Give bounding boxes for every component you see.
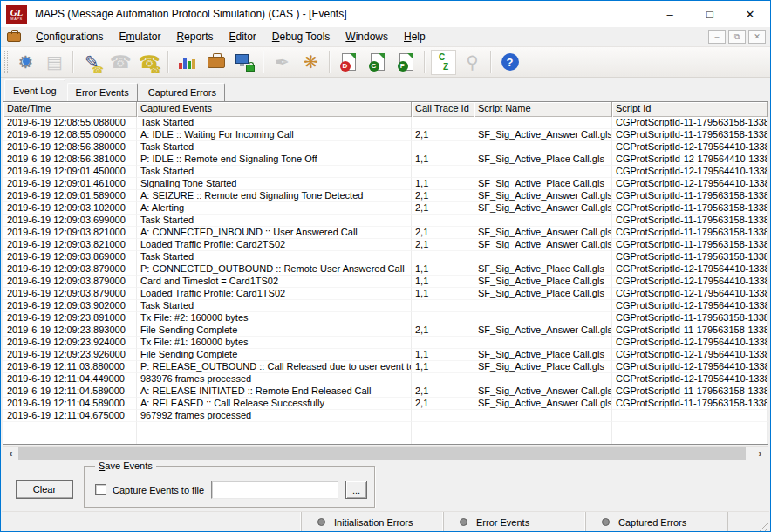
remote-lock-icon[interactable]: [232, 50, 257, 75]
table-row[interactable]: 2019-6-19 12:11:04.449000983976 frames p…: [3, 373, 768, 385]
menu-help[interactable]: Help: [396, 29, 433, 44]
table-body: 2019-6-19 12:08:55.088000Task StartedCGP…: [3, 117, 768, 444]
table-header: Date/TimeCaptured EventsCall Trace IdScr…: [3, 102, 768, 117]
title-bar: GL MAPS MAPS (Message Automation Protoco…: [1, 1, 770, 27]
menu-emulator[interactable]: Emulator: [111, 29, 168, 44]
column-header-script-name[interactable]: Script Name: [474, 102, 612, 117]
mdi-child-controls: –⧉✕: [708, 30, 766, 44]
column-header-script-id[interactable]: Script Id: [612, 102, 768, 117]
status-led-icon: [602, 518, 610, 526]
auto-call-icon[interactable]: ☎☎: [137, 50, 162, 75]
table-row[interactable]: 2019-6-19 12:09:01.589000A: SEIZURE :: R…: [3, 190, 768, 202]
minimize-button[interactable]: –: [650, 1, 690, 27]
menu-debug-tools[interactable]: Debug Tools: [264, 29, 338, 44]
place-call-icon: ☎: [108, 50, 133, 75]
table-row[interactable]: 2019-6-19 12:09:03.879000Loaded Traffic …: [3, 288, 768, 300]
sign-pen-icon: ✒: [270, 50, 295, 75]
profile-editor-icon: ▤: [42, 50, 67, 75]
table-row[interactable]: 2019-6-19 12:08:56.381000P: IDLE :: Remo…: [3, 153, 768, 166]
table-row[interactable]: 2019-6-19 12:09:03.821000A: CONNECTED_IN…: [3, 227, 768, 239]
table-row[interactable]: 2019-6-19 12:09:03.869000Task StartedCGP…: [3, 251, 768, 263]
table-row[interactable]: 2019-6-19 12:09:23.926000File Sending Co…: [3, 349, 768, 361]
toolbar-separator: [72, 51, 74, 73]
statusbar-pane-initialisation-errors: Initialisation Errors: [301, 512, 443, 532]
table-row[interactable]: 2019-6-19 12:09:03.879000Card and Timesl…: [3, 276, 768, 288]
column-header-captured-events[interactable]: Captured Events: [137, 102, 412, 117]
statusbar-end: [727, 512, 769, 532]
statusbar-pane-error-events: Error Events: [443, 512, 585, 532]
column-header-date-time[interactable]: Date/Time: [3, 102, 137, 117]
window-title: MAPS (Message Automation Protocol Simula…: [35, 8, 346, 20]
horizontal-scrollbar: ‹ ›: [3, 446, 768, 460]
scroll-left-button[interactable]: ‹: [3, 447, 18, 460]
table-row[interactable]: 2019-6-19 12:11:04.675000967992 frames p…: [3, 410, 768, 422]
menu-reports[interactable]: Reports: [168, 29, 221, 44]
toolbar-separator: [490, 51, 492, 73]
script-flow-cz-icon[interactable]: CZ: [431, 50, 456, 75]
tab-strip: Event LogError EventsCaptured Errors: [3, 78, 768, 101]
caption-buttons: –□✕: [650, 1, 770, 27]
table-row[interactable]: 2019-6-19 12:09:03.699000Task StartedCGP…: [3, 215, 768, 227]
wizard-icon[interactable]: ❋: [298, 50, 324, 75]
capture-file-input[interactable]: [211, 481, 338, 499]
table-row[interactable]: 2019-6-19 12:08:56.380000Task StartedCGP…: [3, 141, 768, 153]
menu-windows[interactable]: Windows: [338, 29, 396, 44]
profiles-briefcase-icon[interactable]: [203, 50, 229, 75]
toolbar-grip[interactable]: [4, 51, 8, 73]
script-log-p-icon[interactable]: P: [393, 50, 419, 75]
close-button[interactable]: ✕: [730, 1, 770, 27]
table-row[interactable]: 2019-6-19 12:09:01.450000Task StartedCGP…: [3, 166, 768, 178]
script-log-d-icon[interactable]: D: [336, 50, 361, 75]
table-row[interactable]: 2019-6-19 12:08:55.088000Task StartedCGP…: [3, 117, 768, 129]
table-row[interactable]: 2019-6-19 12:09:03.821000Loaded Traffic …: [3, 239, 768, 251]
toolbar-separator: [167, 51, 169, 73]
scroll-thumb[interactable]: [18, 447, 746, 460]
tab-captured-errors[interactable]: Captured Errors: [140, 83, 225, 101]
menu-configurations[interactable]: Configurations: [28, 29, 111, 44]
statusbar-spacer: [2, 512, 301, 532]
script-editor-icon[interactable]: ✎☎: [79, 50, 105, 75]
help-icon[interactable]: ?: [497, 50, 522, 75]
status-bar: Initialisation ErrorsError EventsCapture…: [2, 511, 769, 532]
tab-error-events[interactable]: Error Events: [67, 83, 138, 101]
tab-event-log[interactable]: Event Log: [4, 79, 65, 101]
resize-grip[interactable]: [757, 520, 768, 531]
clear-button[interactable]: Clear: [16, 480, 73, 499]
capture-events-checkbox-label: Capture Events to file: [113, 485, 204, 495]
table-row[interactable]: 2019-6-19 12:11:03.880000P: RELEASE_OUTB…: [3, 361, 768, 373]
menu-bar: ConfigurationsEmulatorReportsEditorDebug…: [1, 27, 770, 46]
table-row[interactable]: 2019-6-19 12:08:55.090000A: IDLE :: Wait…: [3, 129, 768, 141]
table-row[interactable]: 2019-6-19 12:09:01.461000Signaling Tone …: [3, 178, 768, 190]
child-system-menu-icon[interactable]: [7, 32, 21, 42]
statistics-icon[interactable]: [174, 50, 200, 75]
column-header-call-trace-id[interactable]: Call Trace Id: [412, 102, 474, 117]
save-events-label: Save Events: [95, 460, 156, 471]
table-row[interactable]: 2019-6-19 12:11:04.589000A: RELEASE INIT…: [3, 385, 768, 398]
maximize-button[interactable]: □: [690, 1, 730, 27]
table-filler: [3, 422, 768, 444]
menu-editor[interactable]: Editor: [221, 29, 263, 44]
scroll-right-button[interactable]: ›: [753, 447, 768, 460]
table-row[interactable]: 2019-6-19 12:11:04.589000A: RELEASED :: …: [3, 398, 768, 410]
child-restore-button[interactable]: ⧉: [728, 30, 746, 44]
table-row[interactable]: 2019-6-19 12:09:23.893000File Sending Co…: [3, 324, 768, 337]
table-row[interactable]: 2019-6-19 12:09:03.902000Task StartedCGP…: [3, 300, 768, 312]
script-log-c-icon[interactable]: C: [365, 50, 390, 75]
gl-logo-icon: GL MAPS: [6, 5, 27, 24]
table-row[interactable]: 2019-6-19 12:09:03.879000P: CONNECTED_OU…: [3, 263, 768, 276]
toolbar-separator: [263, 51, 264, 73]
settings-gear-icon[interactable]: ⚙: [13, 50, 38, 75]
browse-button[interactable]: ...: [345, 481, 367, 499]
app-window: GL MAPS MAPS (Message Automation Protoco…: [0, 0, 771, 532]
toolbar: ⚙▤✎☎☎☎☎✒❋DCPCZ⚲?: [1, 46, 770, 78]
table-row[interactable]: 2019-6-19 12:09:23.891000Tx File: #2: 16…: [3, 312, 768, 324]
child-minimize-button[interactable]: –: [708, 30, 726, 44]
statusbar-pane-label: Initialisation Errors: [334, 517, 413, 528]
capture-events-checkbox[interactable]: [95, 484, 106, 495]
table-row[interactable]: 2019-6-19 12:09:03.102000A: Alerting2,1S…: [3, 202, 768, 215]
table-row[interactable]: 2019-6-19 12:09:23.924000Tx File: #1: 16…: [3, 337, 768, 349]
menu-items: ConfigurationsEmulatorReportsEditorDebug…: [28, 29, 433, 44]
child-close-button[interactable]: ✕: [748, 30, 766, 44]
statusbar-pane-label: Captured Errors: [618, 517, 686, 528]
statusbar-pane-captured-errors: Captured Errors: [585, 512, 727, 532]
